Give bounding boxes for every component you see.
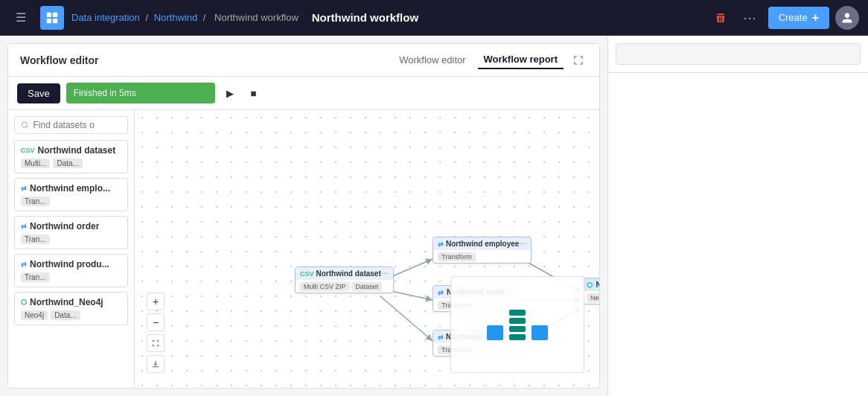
create-plus-icon: + [812, 11, 819, 25]
list-item[interactable]: ⬡ Northwind_Neo4j Neo4j Data... [14, 292, 128, 325]
node-menu-icon[interactable]: ⋯ [381, 269, 389, 278]
panel-tabs: Workflow editor Workflow editor Workflow… [8, 44, 599, 77]
breadcrumb-sep2: / [203, 12, 206, 23]
tf-icon: ⇄ [21, 223, 27, 230]
fit-button[interactable] [147, 334, 165, 352]
list-item[interactable]: ⇄ Northwind emplo... Tran... [14, 178, 128, 211]
search-input[interactable] [33, 120, 121, 130]
create-label: Create [779, 12, 808, 23]
breadcrumb-data-integration[interactable]: Data integration [71, 12, 140, 23]
node-body: Multi CSV ZIP Dataset [296, 280, 393, 293]
node-label: Northwind employee [446, 240, 519, 248]
download-button[interactable] [147, 355, 165, 373]
neo4j-icon: ⬡ [21, 298, 27, 306]
workflow-panel: Workflow editor Workflow editor Workflow… [7, 43, 600, 389]
svg-rect-1 [53, 12, 57, 16]
breadcrumb-sep1: / [145, 12, 148, 23]
progress-bar: Finished in 5ms [66, 83, 215, 103]
svg-rect-3 [53, 18, 57, 22]
tag: Transform [438, 252, 476, 261]
toolbar: Save Finished in 5ms ▶ ■ [8, 77, 599, 110]
page-title: Northwind workflow [312, 11, 418, 24]
canvas-area[interactable]: CSV Northwind dataset ⋯ Multi CSV ZIP Da… [135, 110, 599, 388]
mini-bar [509, 318, 526, 324]
play-button[interactable]: ▶ [221, 84, 239, 102]
mini-bar [487, 325, 503, 340]
svg-line-8 [380, 296, 433, 341]
main-layout: Workflow editor Workflow editor Workflow… [0, 36, 868, 396]
delete-button[interactable] [709, 6, 733, 30]
save-button[interactable]: Save [17, 83, 60, 103]
topbar: ☰ Data integration / Northwind / Northwi… [0, 0, 868, 36]
node-body: Transform [433, 250, 531, 263]
right-sidebar [607, 36, 868, 396]
menu-icon[interactable]: ☰ [9, 6, 33, 30]
tf-node-icon: ⇄ [438, 240, 444, 248]
create-button[interactable]: Create + [768, 7, 829, 29]
tag: Multi... [21, 159, 50, 168]
canvas-controls: + − [147, 293, 165, 373]
avatar[interactable] [835, 6, 859, 30]
zoom-out-button[interactable]: − [147, 313, 165, 331]
mini-bar [509, 326, 526, 332]
zoom-in-button[interactable]: + [147, 293, 165, 310]
tab-editor[interactable]: Workflow editor [393, 51, 471, 68]
dataset-tags: Neo4j Data... [21, 310, 121, 320]
content-area: CSV Northwind dataset Multi... Data... ⇄… [8, 110, 599, 388]
breadcrumb-northwind[interactable]: Northwind [154, 12, 198, 23]
panel-tabs-right: Workflow editor Workflow report [393, 51, 587, 69]
node-label: Northwind_Neo4j [596, 281, 599, 289]
svg-line-5 [26, 127, 28, 128]
tag1: Neo4j [587, 293, 599, 302]
node-dataset[interactable]: CSV Northwind dataset ⋯ Multi CSV ZIP Da… [295, 266, 394, 293]
node-menu-icon[interactable]: ⋯ [519, 240, 526, 248]
tag: Tran... [21, 272, 50, 282]
csv-node-icon: CSV [300, 270, 314, 278]
panel-title: Workflow editor [20, 54, 99, 66]
dataset-name: Northwind_Neo4j [30, 297, 103, 307]
dataset-tags: Tran... [21, 197, 121, 206]
node-body: Neo4j Dataset [582, 291, 599, 304]
node-header: ⇄ Northwind employee ⋯ [433, 237, 531, 250]
search-icon [21, 121, 29, 130]
breadcrumb-workflow: Northwind workflow [214, 12, 299, 23]
svg-rect-0 [47, 12, 51, 16]
preview-box [450, 276, 584, 373]
canvas-content: CSV Northwind dataset ⋯ Multi CSV ZIP Da… [135, 110, 599, 388]
progress-text: Finished in 5ms [74, 88, 136, 98]
dataset-name: Northwind dataset [38, 145, 116, 156]
dataset-tags: Multi... Data... [21, 159, 121, 168]
tab-report[interactable]: Workflow report [478, 51, 564, 69]
mini-chart [479, 302, 555, 348]
dataset-tags: Tran... [21, 272, 121, 282]
node-header: ⬡ Northwind_Neo4j ⋯ [582, 278, 599, 291]
list-item[interactable]: ⇄ Northwind order Tran... [14, 216, 128, 249]
more-options-button[interactable]: ⋯ [738, 6, 762, 30]
list-item[interactable]: ⇄ Northwind produ... Tran... [14, 254, 128, 287]
dataset-tags: Tran... [21, 234, 121, 244]
breadcrumb: Data integration / Northwind / Northwind… [71, 12, 301, 23]
tag: Data... [51, 310, 80, 320]
tag2: Dataset [351, 282, 382, 291]
svg-rect-2 [47, 18, 51, 22]
sidebar-search-input[interactable] [616, 43, 861, 65]
node-label: Northwind dataset [316, 269, 381, 278]
dataset-panel: CSV Northwind dataset Multi... Data... ⇄… [8, 110, 135, 388]
app-logo [40, 6, 64, 30]
topbar-left: ☰ Data integration / Northwind / Northwi… [9, 6, 418, 30]
csv-icon: CSV [21, 147, 35, 154]
node-employee[interactable]: ⇄ Northwind employee ⋯ Transform [433, 237, 532, 264]
expand-button[interactable] [569, 51, 587, 69]
stop-button[interactable]: ■ [245, 84, 263, 102]
mini-bar-group [509, 310, 526, 340]
topbar-right: ⋯ Create + [709, 6, 859, 30]
neo4j-node-icon: ⬡ [587, 281, 593, 289]
list-item[interactable]: CSV Northwind dataset Multi... Data... [14, 140, 128, 173]
tf-node-icon: ⇄ [438, 289, 444, 296]
node-header: CSV Northwind dataset ⋯ [296, 267, 393, 280]
dataset-name: Northwind order [30, 221, 99, 231]
tag: Tran... [21, 234, 50, 244]
search-box [14, 116, 128, 134]
dataset-name: Northwind produ... [30, 259, 109, 269]
svg-point-4 [22, 122, 27, 127]
